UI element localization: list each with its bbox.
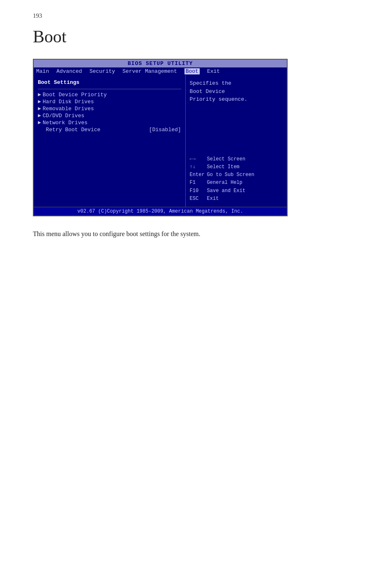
arrow-icon: ►: [38, 92, 41, 98]
bios-left-panel: Boot Settings ► Boot Device Priority ► H…: [34, 75, 186, 207]
bios-section-title: Boot Settings: [38, 79, 181, 86]
key-desc: Select Item: [207, 163, 240, 171]
arrow-icon: ►: [38, 120, 41, 126]
key-label: F1: [190, 179, 205, 187]
bios-menu-main[interactable]: Main: [36, 68, 49, 74]
entry-label: Retry Boot Device: [46, 127, 101, 133]
bios-menu-exit[interactable]: Exit: [207, 68, 220, 74]
bios-help-text: Specifies theBoot DevicePriority sequenc…: [190, 79, 283, 104]
entry-label: Hard Disk Drives: [43, 99, 94, 105]
bios-menu-security[interactable]: Security: [90, 68, 115, 74]
bios-menu-advanced[interactable]: Advanced: [56, 68, 82, 74]
key-row-enter: Enter Go to Sub Screen: [190, 171, 283, 179]
key-desc: Go to Sub Screen: [207, 171, 254, 179]
arrow-icon: ►: [38, 113, 41, 119]
page-title: Boot: [33, 27, 359, 46]
bios-menu-boot[interactable]: Boot: [184, 68, 200, 74]
entry-label: Removable Drives: [43, 106, 94, 112]
bios-entry-boot-device-priority[interactable]: ► Boot Device Priority: [38, 92, 181, 98]
key-desc: Save and Exit: [207, 187, 246, 195]
bios-screen: BIOS SETUP UTILITY Main Advanced Securit…: [33, 59, 288, 216]
bios-entry-network-drives[interactable]: ► Network Drives: [38, 120, 181, 126]
bios-key-help: ←→ Select Screen ↑↓ Select Item Enter Go…: [190, 155, 283, 203]
key-row-select-screen: ←→ Select Screen: [190, 155, 283, 163]
no-arrow: [38, 127, 44, 133]
key-label: ESC: [190, 195, 205, 203]
key-label: ←→: [190, 155, 205, 163]
bios-entry-retry-boot-device[interactable]: Retry Boot Device [Disabled]: [38, 127, 181, 133]
key-label: ↑↓: [190, 163, 205, 171]
key-row-select-item: ↑↓ Select Item: [190, 163, 283, 171]
bios-right-panel: Specifies theBoot DevicePriority sequenc…: [186, 75, 287, 207]
bios-title-bar: BIOS SETUP UTILITY: [34, 60, 287, 67]
bios-entry-removable-drives[interactable]: ► Removable Drives: [38, 106, 181, 112]
entry-label: CD/DVD Drives: [43, 113, 84, 119]
description-text: This menu allows you to configure boot s…: [33, 229, 359, 239]
bios-menu-server-management[interactable]: Server Management: [122, 68, 177, 74]
bios-body: Boot Settings ► Boot Device Priority ► H…: [34, 75, 287, 207]
bios-entry-cddvd-drives[interactable]: ► CD/DVD Drives: [38, 113, 181, 119]
page-number: 193: [33, 12, 359, 19]
bios-menu-bar[interactable]: Main Advanced Security Server Management…: [34, 67, 287, 75]
key-desc: Select Screen: [207, 155, 246, 163]
key-row-f1: F1 General Help: [190, 179, 283, 187]
key-row-f10: F10 Save and Exit: [190, 187, 283, 195]
bios-entry-hard-disk-drives[interactable]: ► Hard Disk Drives: [38, 99, 181, 105]
key-label: F10: [190, 187, 205, 195]
arrow-icon: ►: [38, 106, 41, 112]
key-desc: General Help: [207, 179, 242, 187]
bios-footer: v02.67 (C)Copyright 1985-2009, American …: [34, 207, 287, 215]
entry-label: Network Drives: [43, 120, 88, 126]
key-row-esc: ESC Exit: [190, 195, 283, 203]
entry-label: Boot Device Priority: [43, 92, 107, 98]
arrow-icon: ►: [38, 99, 41, 105]
key-label: Enter: [190, 171, 205, 179]
entry-value: [Disabled]: [149, 127, 181, 133]
key-desc: Exit: [207, 195, 219, 203]
